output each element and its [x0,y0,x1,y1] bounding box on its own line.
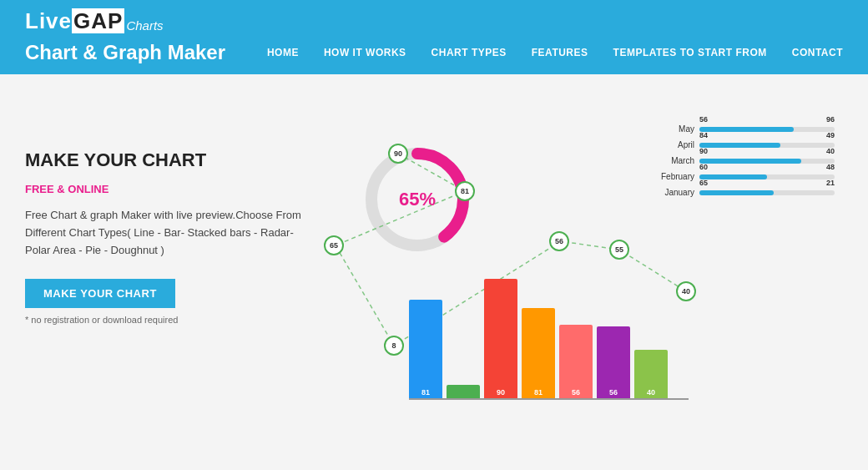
hbar-val2-april: 49 [826,131,835,139]
logo-livegap: LiveGAP [25,8,124,34]
hbar-fill-may [699,127,794,132]
hbar-track-january: 65 21 [699,190,835,195]
header-bottom: Chart & Graph Maker HOME HOW IT WORKS CH… [25,41,843,74]
hbar-track-april: 84 49 [699,143,835,148]
hbar-val1-february: 60 [699,163,708,171]
line-node-3: 65 [324,235,344,255]
hbar-row-march: March 90 40 [651,156,835,165]
hbar-val1-march: 90 [699,147,708,155]
hbar-label-february: February [651,172,694,181]
site-title: Chart & Graph Maker [25,41,225,64]
hero-title: MAKE YOUR CHART [25,149,309,171]
hbar-fill-april [699,143,780,148]
hbar-fill-march [699,159,801,164]
hbar-label-january: January [651,188,694,197]
nav-how-it-works[interactable]: HOW IT WORKS [324,47,406,58]
hbar-val1-may: 56 [699,115,708,124]
main-content: MAKE YOUR CHART FREE & ONLINE Free Chart… [0,74,868,470]
hbar-label-april: April [651,140,694,149]
header: LiveGAP Charts Chart & Graph Maker HOME … [0,0,868,74]
donut-chart: 65% [359,141,476,258]
hbar-val1-january: 65 [699,179,708,187]
line-node-7: 40 [676,281,696,301]
hbar-label-may: May [651,124,694,134]
no-registration-note: * no registration or download required [25,315,309,325]
line-node-1: 90 [388,144,408,164]
donut-label: 65% [399,189,436,210]
hbar-fill-february [699,174,767,179]
nav-home[interactable]: HOME [267,47,299,58]
hbar-row-february: February 60 48 [651,172,835,181]
hbar-row-april: April 84 49 [651,140,835,149]
bar-red: 90 [484,279,517,400]
hbar-track-may: 56 96 [699,127,835,132]
hbar-val2-february: 48 [826,163,835,171]
nav-features[interactable]: FEATURES [532,47,588,58]
nav-chart-types[interactable]: CHART TYPES [431,47,507,58]
hero-description: Free Chart & graph Maker with live previ… [25,207,309,259]
hbar-track-march: 90 40 [699,159,835,164]
bar-blue: 81 [409,300,442,400]
hbar-row-may: May 56 96 [651,124,835,134]
line-node-6: 55 [609,240,629,260]
make-chart-button[interactable]: MAKE YOUR CHART [25,279,175,308]
hero-subtitle: FREE & ONLINE [25,183,309,195]
logo-charts: Charts [126,18,163,33]
logo-area: LiveGAP Charts [25,8,843,34]
nav-templates[interactable]: TEMPLATES TO START FROM [613,47,767,58]
hbar-row-january: January 65 21 [651,188,835,197]
bar-chart-axis [409,398,689,400]
bar-purple: 56 [597,326,630,400]
bar-salmon: 56 [559,325,593,400]
hbar-val1-april: 84 [699,131,708,139]
left-panel: MAKE YOUR CHART FREE & ONLINE Free Chart… [25,108,309,325]
main-nav: HOME HOW IT WORKS CHART TYPES FEATURES T… [267,47,843,58]
nav-contact[interactable]: CONTACT [792,47,843,58]
chart-area: 65% May 56 96 April 84 49 [309,108,843,442]
hbar-val2-march: 40 [826,147,835,155]
horizontal-bar-chart: May 56 96 April 84 49 March [651,124,835,204]
line-node-5: 56 [549,231,569,251]
line-node-4: 8 [384,336,404,356]
hbar-val2-january: 21 [826,179,835,187]
hbar-label-march: March [651,156,694,165]
bar-orange: 81 [522,308,555,400]
line-node-2: 81 [455,181,475,201]
bar-lime: 40 [634,350,668,400]
bar-chart: 81 90 81 56 [409,266,668,400]
hbar-track-february: 60 48 [699,174,835,179]
hbar-fill-january [699,190,774,195]
hbar-val2-may: 96 [826,115,835,124]
